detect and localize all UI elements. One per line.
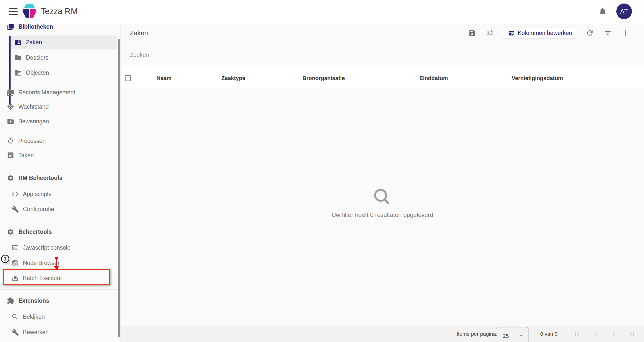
table-header: Naam Zaaktype Bronorganisatie Einddatum … bbox=[121, 67, 644, 89]
sidebar-item-records-management[interactable]: Records Management bbox=[0, 85, 119, 100]
chevron-down-icon bbox=[518, 332, 525, 340]
sidebar-item-bewaringen[interactable]: Bewaringen bbox=[0, 114, 119, 129]
last-page-icon[interactable] bbox=[628, 330, 636, 338]
divider bbox=[0, 289, 120, 290]
first-page-icon[interactable] bbox=[573, 330, 581, 338]
app-title: Tezza RM bbox=[41, 7, 78, 16]
page-range-label: 0 van 0 bbox=[534, 326, 564, 342]
page-title: Zaken bbox=[130, 29, 148, 37]
page-size-value: 25 bbox=[503, 333, 509, 339]
annotation-arrow-icon bbox=[54, 257, 59, 270]
search-section bbox=[121, 42, 644, 67]
app-bar: Tezza RM AT bbox=[0, 0, 644, 24]
edit-columns-label: Kolommen bewerken bbox=[518, 30, 572, 36]
divider bbox=[0, 82, 120, 82]
previous-page-icon[interactable] bbox=[592, 330, 599, 338]
folders-icon bbox=[7, 89, 14, 96]
sidebar-item-objecten[interactable]: Objecten bbox=[0, 65, 119, 80]
puzzle-icon bbox=[7, 297, 14, 305]
folder-shared-icon bbox=[14, 39, 22, 46]
avatar[interactable]: AT bbox=[616, 4, 632, 19]
more-vert-icon[interactable] bbox=[620, 27, 631, 39]
sidebar-item-bewerken[interactable]: Bewerken bbox=[0, 325, 119, 339]
wrench-icon bbox=[11, 205, 19, 213]
hamburger-menu-icon[interactable] bbox=[9, 8, 18, 16]
sidebar-item-app-scripts[interactable]: App scripts bbox=[0, 187, 119, 201]
column-header-naam[interactable]: Naam bbox=[156, 67, 172, 89]
search-input[interactable] bbox=[130, 49, 635, 61]
magnifier-icon bbox=[373, 187, 392, 208]
sidebar-item-javascript-console[interactable]: Javascript console bbox=[0, 240, 119, 255]
toolbar: Kolommen bewerken bbox=[466, 27, 631, 39]
tezza-rm-app: Tezza RM AT Bibliotheken Zaken Dossiers … bbox=[0, 0, 644, 342]
sidebar-scrollbar[interactable] bbox=[118, 39, 120, 337]
empty-state-message: Uw filter heeft 0 resultaten opgeleverd bbox=[121, 211, 644, 218]
folder-icon bbox=[14, 54, 22, 61]
sidebar-item-bibliotheken[interactable]: Bibliotheken bbox=[0, 24, 119, 34]
column-header-zaaktype[interactable]: Zaaktype bbox=[221, 67, 245, 89]
sidebar-item-configuratie[interactable]: Configuratie bbox=[0, 202, 119, 216]
terminal-icon bbox=[11, 244, 19, 251]
folder-snowflake-icon bbox=[7, 118, 14, 125]
divider bbox=[0, 165, 120, 165]
annotation-step-badge: 1 bbox=[1, 255, 9, 263]
snowflake-icon bbox=[7, 103, 14, 110]
divider bbox=[0, 219, 120, 219]
edit-columns-button[interactable]: Kolommen bewerken bbox=[502, 27, 578, 39]
save-icon[interactable] bbox=[466, 27, 478, 39]
table-edit-icon bbox=[508, 30, 515, 36]
gear-icon bbox=[7, 228, 14, 236]
sidebar-item-wachtstand[interactable]: Wachtstand bbox=[0, 99, 119, 114]
sidebar-item-processen[interactable]: Processen bbox=[0, 134, 119, 148]
sidebar-item-dossiers[interactable]: Dossiers bbox=[0, 50, 119, 65]
sync-icon bbox=[7, 137, 14, 145]
sidebar-item-beheertools[interactable]: Beheertools bbox=[0, 224, 119, 239]
library-icon bbox=[7, 24, 14, 30]
gear-icon bbox=[7, 174, 14, 182]
sidebar-item-node-browser[interactable]: Node Browser bbox=[0, 256, 119, 270]
tezza-logo-icon bbox=[22, 4, 37, 20]
annotation-highlight-box bbox=[3, 269, 110, 285]
bell-icon[interactable] bbox=[598, 7, 607, 17]
sidebar-item-rm-beheertools[interactable]: RM Beheertools bbox=[0, 171, 119, 185]
sidebar: Bibliotheken Zaken Dossiers Objecten Rec… bbox=[0, 24, 121, 342]
search-icon bbox=[11, 313, 19, 321]
sliders-icon[interactable] bbox=[484, 27, 496, 39]
sidebar-item-zaken[interactable]: Zaken bbox=[0, 35, 119, 50]
column-header-vernietigingsdatum[interactable]: Vernietigingsdatum bbox=[512, 67, 563, 89]
main-content: Zaken Kolommen bewerken bbox=[121, 24, 644, 342]
items-per-page-label: Items per pagina: bbox=[457, 326, 497, 342]
divider bbox=[0, 131, 120, 131]
next-page-icon[interactable] bbox=[610, 330, 618, 338]
paginator: Items per pagina: 25 0 van 0 bbox=[121, 326, 644, 342]
main-header: Zaken Kolommen bewerken bbox=[121, 24, 644, 42]
building-icon bbox=[14, 69, 22, 77]
refresh-icon[interactable] bbox=[584, 27, 596, 39]
globe-search-icon bbox=[11, 259, 19, 267]
column-header-bronorganisatie[interactable]: Bronorganisatie bbox=[302, 67, 345, 89]
sidebar-item-bekijken[interactable]: Bekijken bbox=[0, 310, 119, 324]
select-all-checkbox[interactable] bbox=[125, 75, 131, 81]
wrench-icon bbox=[11, 328, 19, 336]
column-header-einddatum[interactable]: Einddatum bbox=[419, 67, 448, 89]
page-size-select[interactable]: 25 bbox=[496, 327, 529, 342]
code-icon bbox=[11, 190, 19, 198]
clipboard-icon bbox=[7, 151, 14, 159]
sidebar-item-extensions[interactable]: Extensions bbox=[0, 293, 119, 308]
sidebar-item-taken[interactable]: Taken bbox=[0, 148, 119, 163]
filter-icon[interactable] bbox=[602, 27, 614, 39]
